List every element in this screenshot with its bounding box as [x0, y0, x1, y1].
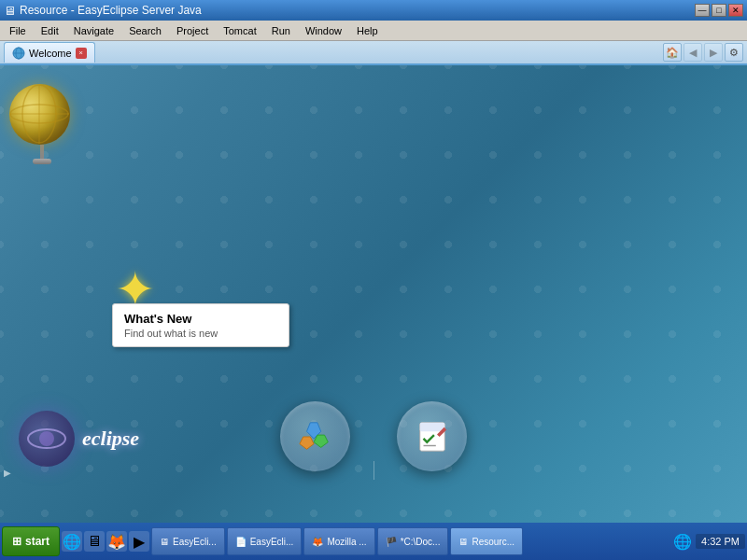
close-button[interactable]: ✕ [728, 4, 743, 17]
taskbar-ie-icon[interactable]: 🌐 [62, 531, 82, 552]
taskbar-btn1-label: EasyEcli... [173, 537, 217, 547]
menu-file[interactable]: File [2, 23, 34, 38]
eclipse-text: eclipse [82, 427, 139, 451]
globe-decoration [9, 84, 75, 149]
eclipse-orbit-icon [23, 415, 70, 462]
taskbar-btn5-label: Resourc... [472, 537, 514, 547]
whats-new-title: What's New [124, 312, 277, 326]
taskbar-easyecli2-button[interactable]: 📄 EasyEcli... [227, 527, 303, 555]
taskbar-btn1-icon: 🖥 [160, 537, 169, 547]
taskbar-btn2-icon: 📄 [235, 537, 247, 547]
taskbar-extra-icon[interactable]: ▶ [129, 531, 149, 552]
main-content: ✦ What's New Find out what is new eclips… [0, 65, 747, 523]
status-bar-left: ▶ [4, 468, 11, 478]
taskbar-btn4-icon: 🏴 [386, 537, 397, 547]
globe-sphere [9, 84, 70, 145]
menu-navigate[interactable]: Navigate [66, 23, 121, 38]
taskbar-firefox-icon[interactable]: 🦊 [106, 531, 127, 552]
gems-icon [298, 419, 333, 455]
menu-run[interactable]: Run [264, 23, 298, 38]
status-icon: ▶ [4, 468, 11, 478]
titlebar-controls: — □ ✕ [695, 4, 743, 17]
taskbar-btn4-label: *C:\Doc... [401, 537, 441, 547]
taskbar-btn2-label: EasyEcli... [250, 537, 294, 547]
taskbar-btn5-icon: 🖥 [458, 537, 468, 547]
welcome-tab[interactable]: Welcome × [4, 42, 95, 63]
taskbar-easyecli1-button[interactable]: 🖥 EasyEcli... [151, 527, 225, 555]
whats-new-popup: What's New Find out what is new [112, 303, 289, 347]
welcome-tab-close[interactable]: × [76, 48, 87, 59]
taskbar-btn3-label: Mozilla ... [327, 537, 366, 547]
checklist-icon-button[interactable] [397, 401, 467, 471]
start-windows-icon: ⊞ [12, 535, 21, 548]
taskbar-right: 🌐 4:32 PM [673, 533, 745, 551]
globe-tab-icon [12, 47, 25, 60]
checklist-icon [415, 419, 450, 455]
taskbar-mozilla-button[interactable]: 🦊 Mozilla ... [303, 527, 374, 555]
menu-edit[interactable]: Edit [34, 23, 66, 38]
taskbar-app-icon[interactable]: 🖥 [84, 531, 105, 552]
svg-point-8 [39, 431, 54, 446]
tabbar: Welcome × 🏠 ◀ ▶ ⚙ [0, 41, 747, 65]
start-button[interactable]: ⊞ start [2, 526, 60, 556]
start-label: start [25, 535, 49, 548]
home-nav-icon[interactable]: 🏠 [663, 43, 682, 62]
menu-help[interactable]: Help [349, 23, 386, 38]
welcome-tab-label: Welcome [29, 48, 72, 59]
taskbar-doc-button[interactable]: 🏴 *C:\Doc... [377, 527, 449, 555]
tab-nav-icons: 🏠 ◀ ▶ ⚙ [663, 43, 743, 62]
eclipse-logo: eclipse [19, 411, 139, 467]
titlebar-left: 🖥 Resource - EasyEclipse Server Java [4, 4, 202, 18]
svg-marker-11 [299, 437, 313, 449]
back-nav-icon[interactable]: ◀ [684, 43, 702, 62]
svg-marker-10 [314, 435, 328, 447]
taskbar-resource-button[interactable]: 🖥 Resourc... [450, 527, 523, 555]
minimize-button[interactable]: — [695, 4, 710, 17]
globe-stand [40, 145, 44, 159]
whats-new-section[interactable]: ✦ What's New Find out what is new [107, 261, 163, 317]
whats-new-subtitle: Find out what is new [124, 328, 277, 339]
menubar: File Edit Navigate Search Project Tomcat… [0, 21, 747, 41]
menu-search[interactable]: Search [121, 23, 169, 38]
app-icon: 🖥 [4, 4, 16, 18]
globe-base [33, 159, 51, 164]
network-icon: 🌐 [673, 533, 692, 551]
gems-icon-button[interactable] [280, 401, 350, 471]
menu-window[interactable]: Window [298, 23, 349, 38]
titlebar: 🖥 Resource - EasyEclipse Server Java — □… [0, 0, 747, 21]
taskbar-btn3-icon: 🦊 [312, 537, 323, 547]
maximize-button[interactable]: □ [712, 4, 726, 17]
menu-tomcat[interactable]: Tomcat [216, 23, 263, 38]
menu-project[interactable]: Project [169, 23, 216, 38]
taskbar: ⊞ start 🌐 🖥 🦊 ▶ 🖥 EasyEcli... 📄 EasyEcli… [0, 523, 747, 560]
svg-rect-13 [419, 422, 444, 431]
refresh-nav-icon[interactable]: ⚙ [725, 43, 743, 62]
taskbar-clock: 4:32 PM [696, 534, 745, 549]
eclipse-circle [19, 411, 75, 467]
status-separator [374, 461, 374, 480]
titlebar-title: Resource - EasyEclipse Server Java [20, 4, 202, 17]
forward-nav-icon[interactable]: ▶ [704, 43, 723, 62]
